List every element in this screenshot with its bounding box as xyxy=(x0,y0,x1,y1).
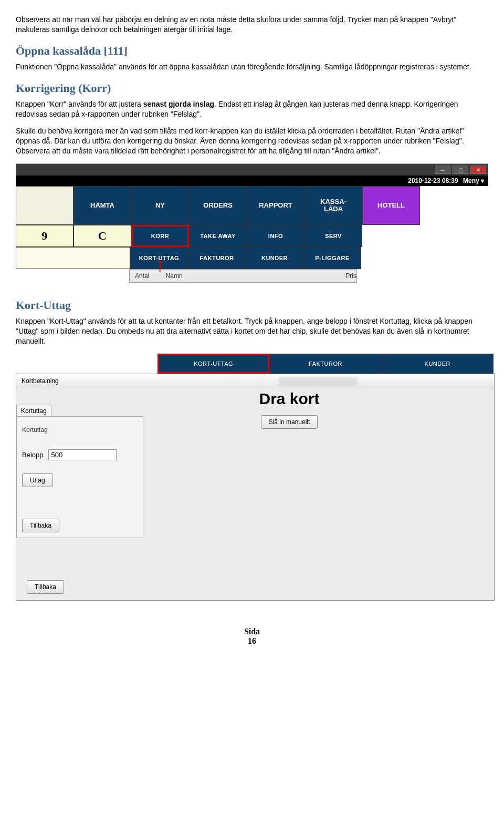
dra-kort-label: Dra kort xyxy=(184,390,394,408)
pliggare-button[interactable]: P-LIGGARE xyxy=(303,247,361,269)
footer-page-number: 16 xyxy=(16,636,488,646)
window-titlebar: — ▢ ✕ xyxy=(16,164,488,176)
toolbar-fakturor[interactable]: FAKTUROR xyxy=(269,354,381,374)
col-namn: Namn xyxy=(161,272,305,280)
sla-in-manuellt-button[interactable]: Slå in manuellt xyxy=(261,415,318,429)
footer-label: Sida xyxy=(16,627,488,636)
page-footer: Sida 16 xyxy=(16,627,488,646)
para-korrigering-1: Knappen "Korr" används för att justera s… xyxy=(16,99,488,119)
heading-korrigering: Korrigering (Korr) xyxy=(16,81,488,95)
blurred-region xyxy=(279,377,358,387)
info-button[interactable]: INFO xyxy=(247,225,304,247)
para-kort-uttag: Knappen "Kort-Uttag" används för att ta … xyxy=(16,316,488,346)
kortbetalning-window: Kortbetalning Kortuttag Kortuttag Belopp… xyxy=(16,374,495,601)
blank-left xyxy=(16,247,130,269)
screenshot-korr: — ▢ ✕ 2010-12-23 08:39 Meny ▾ HÄMTA NY O… xyxy=(16,163,488,283)
intro-paragraph: Observera att när man väl har påbörjat e… xyxy=(16,15,488,35)
nav-blank-1[interactable] xyxy=(16,186,74,225)
heading-kort-uttag: Kort-Uttag xyxy=(16,298,488,312)
app-menubar: 2010-12-23 08:39 Meny ▾ xyxy=(16,176,488,186)
highlight-arrow-icon: ↑ xyxy=(155,260,166,269)
para-korrigering-2: Skulle du behöva korrigera mer än vad so… xyxy=(16,126,488,156)
sub-nav-row-2: KORT-UTTAG FAKTUROR KUNDER P-LIGGARE xyxy=(16,247,488,269)
tillbaka-button-panel[interactable]: Tillbaka xyxy=(22,519,59,532)
toolbar-kort-uttag[interactable]: KORT-UTTAG xyxy=(158,354,269,374)
kortuttag-tab: Kortuttag xyxy=(16,405,51,417)
korr-button[interactable]: KORR ↑ xyxy=(131,225,189,247)
kunder-button[interactable]: KUNDER xyxy=(246,247,303,269)
belopp-label: Belopp xyxy=(22,451,43,459)
korr-label: KORR xyxy=(151,233,169,239)
text-bold: senast gjorda inslag xyxy=(143,100,214,108)
panel-inner-title: Kortuttag xyxy=(22,426,138,434)
uttag-button[interactable]: Uttag xyxy=(22,473,53,487)
nav-rapport[interactable]: RAPPORT xyxy=(247,186,304,225)
nav-ny[interactable]: NY xyxy=(131,186,189,225)
toolbar-kunder[interactable]: KUNDER xyxy=(382,354,494,374)
menu-dropdown[interactable]: Meny ▾ xyxy=(463,177,484,184)
main-nav-row: HÄMTA NY ORDERS RAPPORT KASSA- LÅDA HOTE… xyxy=(16,186,488,225)
nav-hotell[interactable]: HOTELL xyxy=(362,186,420,225)
screenshot-kortuttag: KORT-UTTAG FAKTUROR KUNDER Kortbetalning… xyxy=(16,354,488,601)
kortuttag-panel: Kortuttag Belopp Uttag Tillbaka xyxy=(16,416,143,538)
text-span: Knappen "Korr" används för att justera xyxy=(16,100,143,108)
keypad-9[interactable]: 9 xyxy=(16,225,74,247)
window-title: Kortbetalning xyxy=(16,374,494,388)
nav-hamta[interactable]: HÄMTA xyxy=(74,186,131,225)
sub-nav-row-1: 9 C KORR ↑ TAKE AWAY INFO SERV xyxy=(16,225,488,247)
nav-kassalada[interactable]: KASSA- LÅDA xyxy=(304,186,362,225)
takeaway-button[interactable]: TAKE AWAY xyxy=(189,225,247,247)
belopp-input[interactable] xyxy=(48,449,117,460)
heading-oppna-kassalada: Öppna kassalåda [111] xyxy=(16,44,488,58)
keypad-c[interactable]: C xyxy=(74,225,131,247)
dra-kort-block: Dra kort Slå in manuellt xyxy=(184,390,394,429)
col-pris: Pris xyxy=(305,272,356,280)
nav-orders[interactable]: ORDERS xyxy=(189,186,247,225)
toolbar-row: KORT-UTTAG FAKTUROR KUNDER xyxy=(158,354,494,374)
window-close-button[interactable]: ✕ xyxy=(470,166,486,174)
tillbaka-button-main[interactable]: Tillbaka xyxy=(27,580,64,594)
belopp-row: Belopp xyxy=(22,449,138,460)
clock-label: 2010-12-23 08:39 xyxy=(408,177,458,184)
window-maximize-button[interactable]: ▢ xyxy=(453,166,468,174)
fakturor-button[interactable]: FAKTUROR xyxy=(188,247,246,269)
serv-button[interactable]: SERV xyxy=(304,225,362,247)
window-minimize-button[interactable]: — xyxy=(435,166,450,174)
para-oppna-kassalada: Funktionen "Öppna kassalåda" används för… xyxy=(16,62,488,72)
